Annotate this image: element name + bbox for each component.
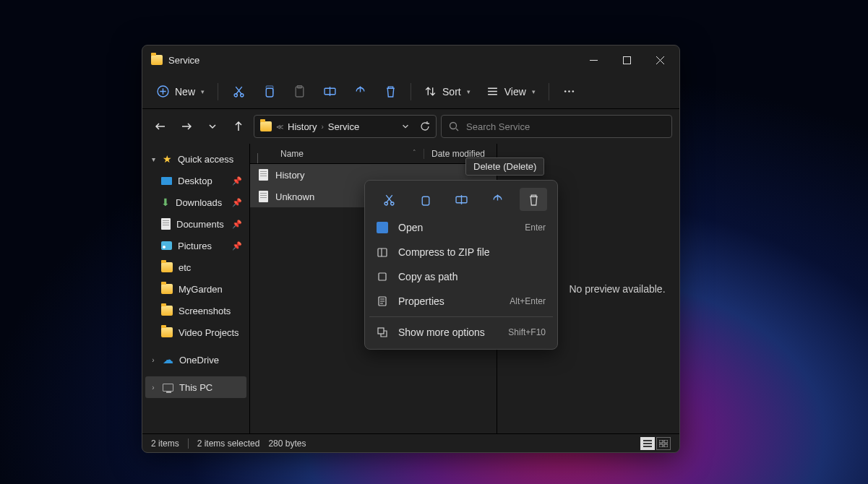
delete-button[interactable] bbox=[376, 79, 405, 105]
ctx-open[interactable]: Open Enter bbox=[369, 215, 553, 240]
tooltip-delete: Delete (Delete) bbox=[465, 157, 544, 176]
breadcrumb-seg-2[interactable]: Service bbox=[328, 121, 359, 132]
pin-icon: 📌 bbox=[232, 198, 242, 207]
folder-icon bbox=[161, 262, 173, 272]
more-button[interactable] bbox=[555, 79, 584, 105]
sidebar-quick-access[interactable]: ▾★Quick access bbox=[145, 148, 246, 170]
close-button[interactable] bbox=[643, 48, 676, 72]
rename-button[interactable] bbox=[315, 79, 344, 105]
svg-point-9 bbox=[569, 90, 571, 92]
ctx-share-button[interactable] bbox=[484, 188, 511, 211]
svg-point-3 bbox=[240, 94, 243, 97]
svg-rect-14 bbox=[659, 444, 663, 447]
folder-icon bbox=[161, 327, 173, 337]
sort-indicator-icon: ˄ bbox=[413, 149, 416, 156]
thumbnails-view-button[interactable] bbox=[656, 437, 671, 450]
copy-button[interactable] bbox=[254, 79, 283, 105]
chevron-down-icon[interactable] bbox=[401, 122, 410, 131]
ctx-copy-button[interactable] bbox=[411, 188, 439, 211]
svg-point-11 bbox=[450, 123, 457, 129]
star-icon: ★ bbox=[163, 153, 172, 165]
share-button[interactable] bbox=[345, 79, 374, 105]
zip-icon bbox=[377, 246, 388, 258]
pin-icon: 📌 bbox=[232, 241, 242, 251]
cut-button[interactable] bbox=[224, 79, 253, 105]
ctx-compress[interactable]: Compress to ZIP file bbox=[369, 240, 553, 264]
ctx-delete-button[interactable] bbox=[520, 188, 547, 211]
sidebar-item-pictures[interactable]: Pictures📌 bbox=[145, 235, 246, 256]
svg-rect-0 bbox=[623, 56, 630, 64]
sidebar-item-mygarden[interactable]: MyGarden bbox=[145, 278, 246, 300]
folder-icon bbox=[161, 284, 173, 294]
breadcrumb-seg-1[interactable]: History bbox=[288, 121, 317, 132]
status-selected: 2 items selected bbox=[197, 438, 260, 449]
pin-icon: 📌 bbox=[232, 176, 242, 186]
svg-rect-13 bbox=[664, 440, 668, 443]
cloud-icon: ☁ bbox=[163, 353, 173, 366]
context-menu: Open Enter Compress to ZIP file Copy as … bbox=[364, 180, 558, 350]
sidebar-this-pc[interactable]: ›This PC bbox=[145, 376, 246, 398]
svg-rect-4 bbox=[266, 88, 273, 97]
titlebar[interactable]: Service bbox=[142, 46, 679, 74]
maximize-button[interactable] bbox=[610, 48, 643, 72]
chevron-icon: ≪ bbox=[276, 123, 283, 131]
svg-rect-15 bbox=[664, 444, 668, 447]
file-icon bbox=[259, 169, 268, 181]
folder-icon bbox=[260, 121, 272, 131]
copy-path-icon bbox=[377, 271, 388, 282]
sort-button[interactable]: Sort ▾ bbox=[417, 79, 478, 105]
new-button[interactable]: New ▾ bbox=[150, 79, 212, 105]
document-icon bbox=[161, 218, 171, 230]
status-bar: 2 items 2 items selected 280 bytes bbox=[142, 433, 679, 452]
svg-rect-12 bbox=[659, 440, 663, 443]
new-label: New bbox=[175, 86, 195, 98]
window-title: Service bbox=[168, 55, 199, 66]
sidebar-item-documents[interactable]: Documents📌 bbox=[145, 213, 246, 235]
svg-rect-20 bbox=[378, 249, 387, 256]
svg-point-10 bbox=[572, 90, 575, 92]
column-header-name[interactable]: Name˄ bbox=[250, 149, 424, 159]
ctx-show-more[interactable]: Show more options Shift+F10 bbox=[369, 320, 553, 345]
sidebar-item-desktop[interactable]: Desktop📌 bbox=[145, 170, 246, 191]
ctx-copypath[interactable]: Copy as path bbox=[369, 264, 553, 289]
sidebar-item-videoprojects[interactable]: Video Projects bbox=[145, 321, 246, 343]
details-view-button[interactable] bbox=[640, 437, 655, 450]
navigation-row: ≪ History › Service Search Service bbox=[142, 109, 679, 144]
pictures-icon bbox=[161, 241, 172, 250]
forward-button[interactable] bbox=[176, 116, 197, 137]
ctx-rename-button[interactable] bbox=[447, 188, 475, 211]
minimize-button[interactable] bbox=[577, 48, 610, 72]
view-label: View bbox=[504, 86, 526, 98]
svg-rect-21 bbox=[379, 273, 386, 280]
search-input[interactable]: Search Service bbox=[441, 115, 672, 138]
sort-label: Sort bbox=[442, 86, 461, 98]
address-bar[interactable]: ≪ History › Service bbox=[254, 115, 437, 138]
chevron-right-icon: › bbox=[321, 123, 323, 131]
ctx-properties[interactable]: Properties Alt+Enter bbox=[369, 289, 553, 314]
pc-icon bbox=[163, 384, 173, 392]
ctx-cut-button[interactable] bbox=[375, 188, 403, 211]
up-button[interactable] bbox=[228, 116, 249, 137]
svg-point-2 bbox=[234, 94, 237, 97]
svg-rect-23 bbox=[378, 328, 384, 334]
folder-icon bbox=[151, 55, 163, 65]
toolbar: New ▾ Sort ▾ View ▾ bbox=[142, 74, 679, 109]
view-button[interactable]: View ▾ bbox=[479, 79, 543, 105]
search-icon bbox=[449, 121, 459, 131]
sidebar-item-screenshots[interactable]: Screenshots bbox=[145, 300, 246, 321]
sidebar-item-downloads[interactable]: ⬇Downloads📌 bbox=[145, 191, 246, 213]
recent-button[interactable] bbox=[202, 116, 223, 137]
status-item-count: 2 items bbox=[151, 438, 179, 449]
back-button[interactable] bbox=[150, 116, 171, 137]
sidebar: ▾★Quick access Desktop📌 ⬇Downloads📌 Docu… bbox=[142, 144, 249, 433]
paste-button[interactable] bbox=[285, 79, 314, 105]
sidebar-item-etc[interactable]: etc bbox=[145, 256, 246, 278]
sidebar-onedrive[interactable]: ›☁OneDrive bbox=[145, 349, 246, 371]
folder-icon bbox=[161, 306, 173, 316]
refresh-icon[interactable] bbox=[420, 121, 430, 131]
status-size: 280 bytes bbox=[268, 438, 306, 449]
svg-point-16 bbox=[384, 202, 387, 204]
file-icon bbox=[259, 191, 268, 202]
download-icon: ⬇ bbox=[161, 196, 170, 208]
svg-point-8 bbox=[564, 90, 567, 92]
